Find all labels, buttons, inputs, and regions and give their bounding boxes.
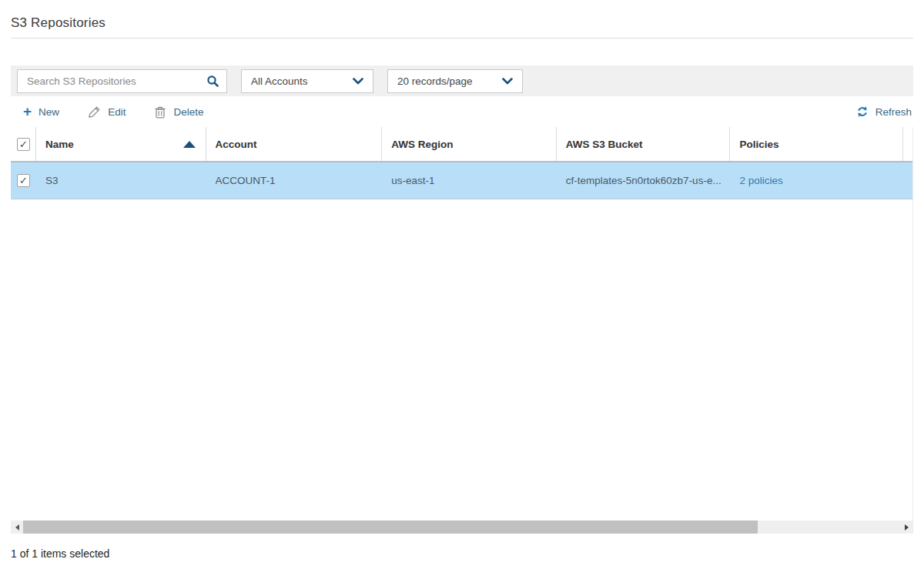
account-filter-value: All Accounts <box>251 75 308 87</box>
trash-icon <box>154 105 166 119</box>
selection-status: 1 of 1 items selected <box>11 547 109 560</box>
chevron-down-icon <box>502 78 513 85</box>
plus-icon: + <box>23 106 32 117</box>
row-checkbox[interactable]: ✓ <box>17 174 30 187</box>
horizontal-scrollbar[interactable] <box>11 520 912 534</box>
scroll-right-button[interactable] <box>900 520 912 534</box>
checkmark-icon: ✓ <box>19 139 28 149</box>
table-empty-area <box>11 199 912 520</box>
row-cell-name: S3 <box>36 162 206 199</box>
header-cell-aws-region[interactable]: AWS Region <box>382 127 557 161</box>
pencil-icon <box>88 105 101 119</box>
row-cell-aws-region: us-east-1 <box>382 162 557 199</box>
policies-link[interactable]: 2 policies <box>739 175 782 186</box>
delete-button[interactable]: Delete <box>154 105 203 119</box>
repositories-table: ✓ Name Account AWS Region AWS S3 Bucket … <box>11 127 913 534</box>
new-button-label: New <box>38 106 59 118</box>
scrollbar-thumb[interactable] <box>23 520 758 534</box>
row-cell-filler <box>903 162 912 199</box>
table-row[interactable]: ✓ S3 ACCOUNT-1 us-east-1 cf-templates-5n… <box>11 162 912 199</box>
search-icon <box>206 75 219 88</box>
account-filter-dropdown[interactable]: All Accounts <box>241 69 373 93</box>
row-cell-select: ✓ <box>11 162 36 199</box>
search-input[interactable] <box>18 70 199 92</box>
row-cell-account: ACCOUNT-1 <box>206 162 383 199</box>
edit-button-label: Edit <box>108 106 126 118</box>
checkmark-icon: ✓ <box>19 176 28 186</box>
header-cell-filler <box>903 127 912 161</box>
page-size-value: 20 records/page <box>397 75 473 87</box>
header-cell-aws-s3-bucket[interactable]: AWS S3 Bucket <box>557 127 731 161</box>
header-cell-policies[interactable]: Policies <box>730 127 903 161</box>
sort-ascending-icon <box>183 141 196 148</box>
filter-band: All Accounts 20 records/page <box>11 65 913 96</box>
chevron-down-icon <box>353 78 363 85</box>
triangle-right-icon <box>905 524 909 531</box>
page: S3 Repositories All Accounts 20 records/… <box>11 0 913 561</box>
refresh-button-label: Refresh <box>875 106 912 118</box>
title-block: S3 Repositories <box>11 0 913 38</box>
search-button[interactable] <box>199 70 226 92</box>
refresh-icon <box>856 105 869 118</box>
scroll-left-button[interactable] <box>11 520 23 534</box>
page-title: S3 Repositories <box>11 15 913 31</box>
status-bar: 1 of 1 items selected <box>11 547 913 561</box>
refresh-button[interactable]: Refresh <box>856 105 912 118</box>
new-button[interactable]: + New <box>23 106 59 118</box>
row-cell-policies: 2 policies <box>730 162 903 199</box>
header-cell-account[interactable]: Account <box>206 127 383 161</box>
delete-button-label: Delete <box>173 106 203 118</box>
triangle-left-icon <box>15 524 19 531</box>
row-cell-aws-s3-bucket: cf-templates-5n0rtok60zb7-us-e... <box>557 162 731 199</box>
header-cell-select-all: ✓ <box>11 127 36 161</box>
edit-button[interactable]: Edit <box>88 105 126 119</box>
toolbar: + New Edit Delete <box>11 96 913 127</box>
table-header-row: ✓ Name Account AWS Region AWS S3 Bucket … <box>11 127 912 162</box>
page-size-dropdown[interactable]: 20 records/page <box>387 69 523 93</box>
select-all-checkbox[interactable]: ✓ <box>17 138 30 151</box>
header-cell-name[interactable]: Name <box>36 127 206 161</box>
search-box <box>17 69 227 93</box>
scrollbar-track[interactable] <box>23 520 900 534</box>
